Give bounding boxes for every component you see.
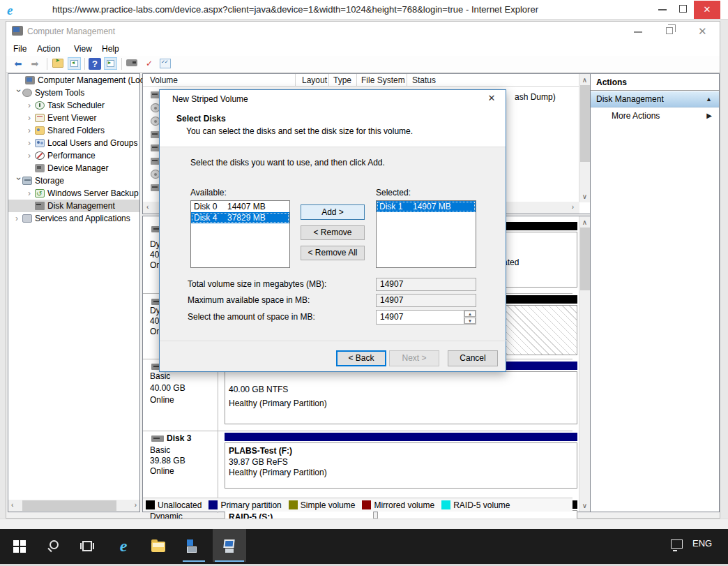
remove-button[interactable]: < Remove xyxy=(301,225,365,240)
remove-all-button[interactable]: < Remove All xyxy=(301,246,365,260)
add-button[interactable]: Add > xyxy=(301,204,365,220)
available-item-disk4[interactable]: Disk 437829 MB xyxy=(191,212,289,223)
column-status[interactable]: Status xyxy=(412,75,436,85)
scrollbar-thumb[interactable] xyxy=(22,500,116,511)
dialog-close-icon[interactable]: ✕ xyxy=(483,93,500,105)
disk-vertical-scrollbar[interactable]: ∧ ∨ xyxy=(579,216,590,512)
column-volume[interactable]: Volume xyxy=(150,75,178,85)
action-pane-toggle-icon[interactable] xyxy=(104,57,117,70)
file-explorer-button[interactable] xyxy=(146,535,170,558)
export-folder-icon[interactable] xyxy=(52,59,63,68)
chevron-collapsed-icon[interactable]: › xyxy=(15,212,22,225)
volume-vertical-scrollbar[interactable]: ∧ ∨ xyxy=(579,74,590,202)
cancel-button[interactable]: Cancel xyxy=(448,350,498,366)
tree-item-computer-management[interactable]: Computer Management (Local xyxy=(8,74,139,87)
start-button[interactable] xyxy=(8,535,32,558)
collapse-icon[interactable]: ▲ xyxy=(706,91,712,107)
chevron-collapsed-icon[interactable]: › xyxy=(28,124,35,137)
help-icon[interactable]: ? xyxy=(89,58,101,70)
tree-item-services-applications[interactable]: ›Services and Applications xyxy=(8,212,139,225)
disk-name[interactable]: Disk 3 xyxy=(167,433,191,443)
browser-minimize-button[interactable] xyxy=(658,9,667,10)
chevron-collapsed-icon[interactable]: › xyxy=(28,99,35,112)
computer-management-app-button[interactable] xyxy=(213,535,236,558)
check-mark-icon[interactable]: ✓ xyxy=(143,58,156,70)
back-icon[interactable]: ⬅ xyxy=(12,58,24,70)
column-file-system[interactable]: File System xyxy=(361,75,405,85)
scrollbar-thumb[interactable] xyxy=(580,85,590,162)
internet-explorer-button[interactable]: e xyxy=(112,535,135,558)
menu-view[interactable]: View xyxy=(74,44,92,54)
tree-horizontal-scrollbar[interactable]: ‹ › xyxy=(8,500,139,512)
window-restore-button[interactable] xyxy=(666,27,673,34)
actions-group-disk-management[interactable]: Disk Management▲ xyxy=(591,91,719,107)
chevron-collapsed-icon[interactable]: › xyxy=(28,137,35,149)
disk-tool-icon[interactable] xyxy=(126,59,137,66)
tree-item-device-manager[interactable]: Device Manager xyxy=(8,162,139,174)
available-item-disk0[interactable]: Disk 014407 MB xyxy=(191,201,289,212)
tree-item-disk-management[interactable]: Disk Management xyxy=(8,200,139,212)
task-view-button[interactable] xyxy=(77,535,100,558)
available-listbox[interactable]: Disk 014407 MB Disk 437829 MB xyxy=(190,200,290,268)
selected-listbox[interactable]: Disk 114907 MB xyxy=(376,200,476,268)
keyboard-layout-icon[interactable] xyxy=(671,539,683,549)
scrollbar-thumb[interactable] xyxy=(580,228,590,290)
partition-health-label: Healthy (Primary Partition) xyxy=(229,399,327,408)
chevron-collapsed-icon[interactable]: › xyxy=(28,187,35,200)
language-indicator[interactable]: ENG xyxy=(692,538,712,549)
scroll-right-icon[interactable]: › xyxy=(135,501,137,509)
spin-down-icon[interactable]: ▼ xyxy=(464,318,476,324)
scroll-down-icon[interactable]: ∨ xyxy=(579,502,590,509)
partition-health-label: Healthy (Primary Partition) xyxy=(229,468,327,477)
scroll-up-icon[interactable]: ∧ xyxy=(579,76,590,84)
region-body[interactable]: 40.00 GB NTFS Healthy (Primary Partition… xyxy=(225,371,577,424)
tree-item-event-viewer[interactable]: ›Event Viewer xyxy=(8,112,139,124)
back-button[interactable]: < Back xyxy=(336,350,386,366)
window-title: Computer Management xyxy=(27,27,115,36)
tree-item-windows-server-backup[interactable]: ›Windows Server Backup xyxy=(8,187,139,200)
column-type[interactable]: Type xyxy=(333,75,351,85)
console-tree-toggle-icon[interactable] xyxy=(68,57,81,70)
windows-server-backup-icon xyxy=(35,189,45,198)
computer-management-icon xyxy=(12,26,23,36)
region-body[interactable]: PLABS-Test (F:) 39.87 GB ReFS Healthy (P… xyxy=(225,442,577,489)
scroll-up-icon[interactable]: ∧ xyxy=(579,218,590,226)
tree-item-system-tools[interactable]: ›System Tools xyxy=(8,87,139,99)
task-list-icon[interactable] xyxy=(160,59,171,68)
tree-item-task-scheduler[interactable]: ›Task Scheduler xyxy=(8,99,139,112)
amount-input[interactable]: 14907 ▲ ▼ xyxy=(376,310,476,325)
scroll-right-icon[interactable]: › xyxy=(572,203,574,211)
computer-management-app-icon xyxy=(222,539,236,553)
dialog-titlebar: New Striped Volume ✕ xyxy=(160,90,506,108)
disk-management-icon xyxy=(35,202,45,210)
tree-item-storage[interactable]: ›Storage xyxy=(8,174,139,187)
more-actions-item[interactable]: More Actions▶ xyxy=(591,107,719,124)
selected-item-disk1[interactable]: Disk 114907 MB xyxy=(377,201,476,212)
spin-up-icon[interactable]: ▲ xyxy=(464,311,476,317)
device-manager-icon xyxy=(35,164,45,172)
window-minimize-button[interactable] xyxy=(634,31,642,33)
browser-maximize-button[interactable] xyxy=(679,5,687,13)
menu-action[interactable]: Action xyxy=(37,44,60,54)
tree-item-performance[interactable]: ›Performance xyxy=(8,149,139,162)
menu-help[interactable]: Help xyxy=(102,44,119,54)
tree-item-shared-folders[interactable]: ›Shared Folders xyxy=(8,124,139,137)
dialog-description: You can select the disks and set the dis… xyxy=(186,126,413,136)
primary-partition-bar[interactable] xyxy=(225,433,577,441)
partition-size-label: 40.00 GB NTFS xyxy=(229,385,288,394)
forward-icon[interactable]: ➡ xyxy=(29,58,41,70)
scroll-left-icon[interactable]: ‹ xyxy=(11,501,13,509)
scroll-left-icon[interactable]: ‹ xyxy=(146,203,149,211)
search-button[interactable] xyxy=(43,535,67,558)
window-close-button[interactable]: ✕ xyxy=(698,25,707,38)
tree-item-local-users-groups[interactable]: ›Local Users and Groups xyxy=(8,137,139,149)
chevron-collapsed-icon[interactable]: › xyxy=(28,149,35,162)
next-button[interactable]: Next > xyxy=(389,350,439,366)
chevron-collapsed-icon[interactable]: › xyxy=(28,112,35,124)
menu-file[interactable]: File xyxy=(13,44,26,54)
browser-close-button[interactable]: ✕ xyxy=(694,1,720,19)
amount-spinner[interactable]: ▲ ▼ xyxy=(464,311,476,324)
column-layout[interactable]: Layout xyxy=(302,75,327,85)
disk-management-app-button[interactable] xyxy=(180,535,204,558)
scroll-down-icon[interactable]: ∨ xyxy=(579,193,590,200)
